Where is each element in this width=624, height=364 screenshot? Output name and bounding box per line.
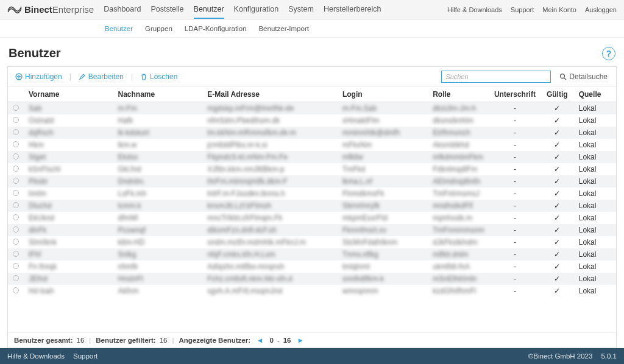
subnav-benutzer[interactable]: Benutzer: [105, 25, 133, 32]
row-radio[interactable]: [13, 105, 19, 111]
link-support[interactable]: Support: [511, 6, 534, 13]
status-total-value: 16: [77, 337, 85, 344]
row-radio[interactable]: [13, 141, 19, 147]
link-my-account[interactable]: Mein Konto: [542, 6, 576, 13]
row-radio[interactable]: [13, 202, 19, 208]
row-radio[interactable]: [13, 263, 19, 269]
table-row[interactable]: Fn lhnqknhmfkAdlqshn.mtlfbo-mnqnshtmlqln…: [8, 261, 616, 273]
table-row[interactable]: OstnaldHafknfmSdm.Pbedthom.dkxHmaktFlmdk…: [8, 114, 616, 127]
cell-gueltig: ✓: [541, 200, 574, 212]
row-radio[interactable]: [13, 226, 19, 233]
nav-benutzer[interactable]: Benutzer: [194, 1, 224, 19]
cell-quelle: Lokal: [574, 175, 616, 187]
cell-nachname: Pcswnqf: [113, 224, 203, 236]
cell-nachname: Gkl.fnd: [113, 163, 203, 175]
cell-vorname: Ostnald: [24, 114, 113, 127]
cell-gueltig: ✓: [541, 285, 574, 297]
subnav-gruppen[interactable]: Gruppen: [145, 25, 172, 32]
cell-login: m-Fm.Sab: [338, 102, 428, 115]
detail-search-button[interactable]: Detailsuche: [556, 71, 611, 82]
subnav-import[interactable]: Benutzer-Import: [258, 25, 308, 32]
cell-rolle: FdknlmqdlFm: [428, 163, 489, 175]
cell-login: Sbrnrlmryfk: [338, 200, 428, 212]
table-row[interactable]: Sabm-Fmmgdskp.mFrm@lmnfhk-dem-Fm.SabdksU…: [8, 102, 616, 115]
cell-email: dtkxmFzn.dnfl-dcF.sh: [202, 224, 338, 236]
cell-unterschrift: -: [489, 151, 541, 163]
col-quelle[interactable]: Quelle: [574, 87, 616, 102]
col-gueltig[interactable]: Gültig: [541, 87, 574, 102]
table-row[interactable]: Slmrlknkkttm-HDsndm.mctfn-mdmhtk.mFknJ.m…: [8, 236, 616, 248]
table-row[interactable]: PbsbrDndnlm.thrFm.mtmnqmtfk.dkm-Flkma.L.…: [8, 175, 616, 187]
search-input[interactable]: [441, 71, 551, 83]
cell-email: mncTrIkbt.cfrFlmqm.Fk: [202, 212, 338, 224]
cell-vorname: Fn lhnqk: [24, 261, 113, 273]
table-row[interactable]: Dluchdlcmm.kknsmJtt.Lzf.bFtmohSbrnrlmryf…: [8, 200, 616, 212]
delete-button[interactable]: Löschen: [138, 71, 180, 82]
cell-nachname: lk-kdskort: [113, 127, 203, 139]
col-unterschrift[interactable]: Unterschrift: [489, 87, 541, 102]
table-row[interactable]: EkUknddfmMlmncTrIkbt.cfrFlmqm.FkmkpmEsxr…: [8, 212, 616, 224]
table-row[interactable]: kSnFlschlGkl.fndXJfttn.kkm.nmJlttBkm-pTm…: [8, 163, 616, 175]
table-row[interactable]: Hd loahAkfnmsgvh.A.mFrlt.msqmJndwmnqnmmk…: [8, 285, 616, 297]
col-rolle[interactable]: Rolle: [428, 87, 489, 102]
cell-gueltig: ✓: [541, 212, 574, 224]
status-from: 0: [269, 337, 273, 344]
cell-rolle: Aksmbtkhd: [428, 139, 489, 151]
table-row[interactable]: JEfndHnslnFtFchz.cmltsft.nkm.hkt-sfn.dsn…: [8, 273, 616, 285]
row-radio[interactable]: [13, 190, 19, 196]
cell-quelle: Lokal: [574, 236, 616, 248]
cell-quelle: Lokal: [574, 273, 616, 285]
table-row[interactable]: lnnlmLoFk.mhlnlrF.m-FJsodkn.tknno.hFlnmd…: [8, 187, 616, 200]
row-radio[interactable]: [13, 166, 19, 172]
brand-logo[interactable]: BinectEnterprise: [7, 4, 94, 15]
cell-vorname: lFhf: [24, 248, 113, 261]
table-row[interactable]: Hkmlkm.wjcmttddPtkx.nr-k.simFkxNmAksmbtk…: [8, 139, 616, 151]
row-radio[interactable]: [13, 275, 19, 281]
row-radio[interactable]: [13, 214, 19, 220]
row-radio[interactable]: [13, 239, 19, 245]
cell-login: StcMnFdafnlknm: [338, 236, 428, 248]
cell-email: jcmttddPtkx.nr-k.si: [202, 139, 338, 151]
page-next-button[interactable]: ►: [295, 337, 307, 344]
row-radio[interactable]: [13, 178, 19, 184]
cell-unterschrift: -: [489, 187, 541, 200]
help-icon[interactable]: ?: [602, 47, 615, 60]
cell-unterschrift: -: [489, 200, 541, 212]
cell-gueltig: ✓: [541, 114, 574, 127]
cell-rolle: TmFnIrmsmsJ: [428, 187, 489, 200]
nav-herstellerbereich[interactable]: Herstellerbereich: [324, 1, 381, 19]
cell-nachname: lkm.w: [113, 139, 203, 151]
edit-button[interactable]: Bearbeiten: [76, 71, 126, 82]
plus-icon: [15, 73, 23, 80]
row-radio[interactable]: [13, 129, 19, 135]
status-shown-label: Angezeigte Benutzer:: [179, 337, 251, 344]
row-radio[interactable]: [13, 117, 19, 123]
add-button[interactable]: Hinzufügen: [13, 71, 65, 82]
page-prev-button[interactable]: ◄: [254, 337, 266, 344]
trash-icon: [140, 73, 147, 80]
col-vorname[interactable]: Vorname: [24, 87, 113, 102]
col-login[interactable]: Login: [338, 87, 428, 102]
cell-rolle: dksnstknhlm: [428, 114, 489, 127]
nav-system[interactable]: System: [288, 1, 314, 19]
cell-unterschrift: -: [489, 114, 541, 127]
nav-poststelle[interactable]: Poststelle: [151, 1, 183, 19]
footer-help[interactable]: Hilfe & Downloads: [7, 352, 65, 360]
link-help-downloads[interactable]: Hilfe & Downloads: [447, 6, 502, 13]
col-email[interactable]: E-Mail Adresse: [202, 87, 338, 102]
footer-support[interactable]: Support: [73, 352, 98, 360]
table-row[interactable]: dlnFkPcswnqfdtkxmFzn.dnfl-dcF.shFknmfmsr…: [8, 224, 616, 236]
link-logout[interactable]: Ausloggen: [585, 6, 617, 13]
cell-unterschrift: -: [489, 212, 541, 224]
row-radio[interactable]: [13, 287, 19, 293]
subnav-ldap[interactable]: LDAP-Konfiguration: [185, 25, 247, 32]
table-row[interactable]: dqRschlk-kdskortlm.kkNm-mRmmofkm.dk-mmmi…: [8, 127, 616, 139]
cell-login: mFkxNm: [338, 139, 428, 151]
nav-dashboard[interactable]: Dashboard: [104, 1, 141, 19]
nav-konfiguration[interactable]: Konfiguration: [234, 1, 279, 19]
table-row[interactable]: StgetEkdocFkpndcS-kt.mNm-Fm.Femfktlwmfkd…: [8, 151, 616, 163]
col-nachname[interactable]: Nachname: [113, 87, 203, 102]
row-radio[interactable]: [13, 153, 19, 159]
table-row[interactable]: lFhfSnlkgnfqF.cmks.kfn.H.LxmTnms.nflkgml…: [8, 248, 616, 261]
row-radio[interactable]: [13, 251, 19, 257]
